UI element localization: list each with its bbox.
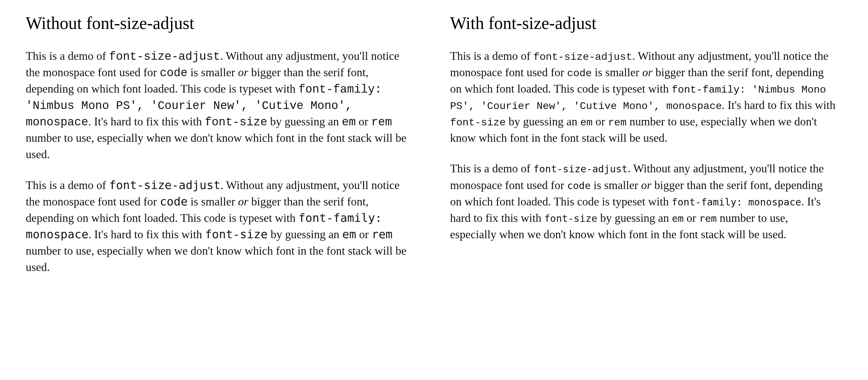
code-em: em — [580, 117, 592, 129]
column-with-adjust: With font-size-adjust This is a demo of … — [450, 13, 836, 290]
text: . It's hard to fix this with — [88, 115, 205, 128]
text: This is a demo of — [26, 50, 109, 62]
text: by guessing an — [506, 115, 580, 128]
text: by guessing an — [268, 228, 342, 241]
code-code: code — [567, 180, 591, 191]
code-font-size-adjust: font-size-adjust — [533, 51, 632, 63]
text: or — [356, 115, 371, 128]
code-font-size: font-size — [544, 213, 597, 224]
text: . It's hard to fix this with — [88, 228, 205, 241]
italic-or: or — [238, 195, 248, 208]
code-font-size-adjust: font-size-adjust — [109, 50, 220, 63]
code-code: code — [160, 195, 188, 208]
code-font-size-adjust: font-size-adjust — [533, 163, 627, 175]
code-rem: rem — [699, 213, 717, 224]
text: or — [684, 212, 699, 224]
text: is smaller — [188, 195, 238, 208]
left-para-1: This is a demo of font-size-adjust. With… — [26, 48, 411, 163]
text: is smaller — [592, 66, 642, 79]
text: is smaller — [591, 179, 641, 192]
text: This is a demo of — [450, 50, 533, 62]
text: This is a demo of — [450, 162, 533, 175]
code-font-size: font-size — [205, 228, 268, 241]
text: number to use, especially when we don't … — [26, 244, 406, 274]
heading-without-adjust: Without font-size-adjust — [26, 13, 411, 34]
italic-or: or — [238, 66, 248, 79]
right-para-1: This is a demo of font-size-adjust. With… — [450, 48, 836, 147]
code-code: code — [567, 67, 592, 80]
code-em: em — [672, 213, 684, 224]
code-em: em — [342, 116, 355, 129]
code-font-family-monospace: font-family: monospace — [672, 196, 801, 208]
text: is smaller — [187, 66, 238, 79]
text: . It's hard to fix this with — [722, 99, 835, 112]
code-rem: rem — [371, 116, 392, 129]
text: This is a demo of — [26, 179, 109, 192]
code-rem: rem — [372, 228, 393, 241]
page: Without font-size-adjust This is a demo … — [0, 0, 868, 303]
code-rem: rem — [608, 117, 626, 129]
text: or — [356, 228, 372, 241]
text: or — [592, 115, 608, 128]
code-em: em — [342, 228, 356, 241]
text: number to use, especially when we don't … — [26, 131, 406, 161]
code-font-size: font-size — [450, 117, 506, 129]
left-para-2: This is a demo of font-size-adjust. With… — [26, 177, 411, 276]
code-code: code — [160, 67, 187, 80]
right-para-2: This is a demo of font-size-adjust. With… — [450, 160, 836, 243]
italic-or: or — [641, 179, 651, 192]
column-without-adjust: Without font-size-adjust This is a demo … — [26, 13, 411, 290]
text: by guessing an — [267, 115, 342, 128]
code-font-size: font-size — [205, 116, 267, 129]
text: by guessing an — [597, 212, 672, 224]
heading-with-adjust: With font-size-adjust — [450, 13, 836, 34]
code-font-size-adjust: font-size-adjust — [109, 179, 220, 192]
italic-or: or — [642, 66, 653, 79]
